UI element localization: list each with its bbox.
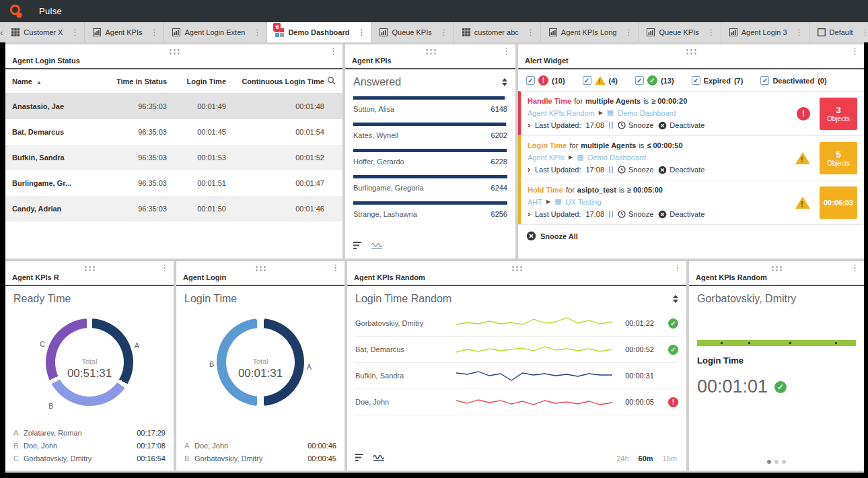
widget-menu-icon[interactable]: ⋮ xyxy=(160,263,169,273)
metric-row[interactable]: Gorbatovskiy, Dmitry 00:01:22 xyxy=(355,310,678,337)
metric-row[interactable]: Doe, John 00:00:05 xyxy=(355,389,678,415)
tab-queue-kpis-2[interactable]: Queue KPIs ⋮ xyxy=(639,22,721,42)
drag-handle-icon[interactable] xyxy=(511,265,523,272)
tab-customer-abc[interactable]: customer abc ⋮ xyxy=(454,22,541,42)
sparkline-view-icon[interactable] xyxy=(371,240,382,252)
dashboard-link[interactable]: Demo Dashboard xyxy=(618,109,676,117)
tab-agent-kpis[interactable]: Agent KPIs ⋮ xyxy=(85,22,164,42)
sort-icon[interactable] xyxy=(502,78,507,86)
column-login-time[interactable]: Login Time xyxy=(167,77,226,86)
expand-icon[interactable]: › xyxy=(528,121,530,130)
snooze-button[interactable]: Snooze xyxy=(618,166,653,174)
sparkline xyxy=(456,395,612,409)
deactivate-button[interactable]: Deactivate xyxy=(658,210,704,219)
filter-deactivated[interactable]: ✓ Deactivated (0) xyxy=(760,76,826,85)
filter-count: (7) xyxy=(734,77,743,85)
deactivate-button[interactable]: Deactivate xyxy=(658,121,704,130)
tab-menu-icon[interactable]: ⋮ xyxy=(146,28,162,37)
bar-item[interactable]: Kates, Wynell6202 xyxy=(353,123,507,139)
tab-menu-icon[interactable]: ⋮ xyxy=(353,28,369,37)
drag-handle-icon[interactable] xyxy=(771,265,783,272)
sort-icon[interactable] xyxy=(673,295,678,303)
filter-expired[interactable]: ✓ Expired (7) xyxy=(692,76,744,85)
snooze-button[interactable]: Snooze xyxy=(618,121,653,129)
checkbox-icon[interactable]: ✓ xyxy=(635,76,644,85)
filter-critical[interactable]: ✓ (10) xyxy=(526,75,565,86)
window-icon xyxy=(818,28,826,36)
tab-label: Agent Login 3 xyxy=(742,28,787,36)
tab-menu-icon[interactable]: ⋮ xyxy=(67,28,83,37)
drag-handle-icon[interactable] xyxy=(255,265,266,272)
last-updated-value: 17:08 xyxy=(586,210,605,218)
deactivate-button[interactable]: Deactivate xyxy=(658,166,704,174)
filter-ok[interactable]: ✓ (13) xyxy=(635,75,674,86)
table-row[interactable]: Bat, Demarcus 96:35:03 00:01:45 00:01:54 xyxy=(5,119,342,145)
search-icon[interactable] xyxy=(324,76,336,86)
snooze-all-button[interactable]: Snooze All xyxy=(518,224,864,247)
expand-icon[interactable]: › xyxy=(528,165,530,174)
bar-item[interactable]: Hoffer, Gerardo6228 xyxy=(353,149,507,166)
checkbox-icon[interactable]: ✓ xyxy=(526,76,535,85)
alert-item: Login Time for multiple Agents is ≤ 00:0… xyxy=(518,135,864,180)
widget-menu-icon[interactable]: ⋮ xyxy=(329,46,338,56)
bar-item[interactable]: Strange, Lashawna6256 xyxy=(353,201,507,218)
tab-menu-icon[interactable]: ⋮ xyxy=(249,28,265,37)
widget-link[interactable]: Agent KPIs Random xyxy=(528,109,595,117)
range-60m[interactable]: 60m xyxy=(639,454,653,463)
drag-handle-icon[interactable] xyxy=(168,48,180,55)
column-continuous-login-time[interactable]: Continuous Login Time xyxy=(226,77,324,86)
column-name[interactable]: Name▲ xyxy=(12,77,92,86)
range-15m[interactable]: 15m xyxy=(663,454,677,463)
dashboard-link[interactable]: Demo Dashboard xyxy=(588,153,646,162)
dashboard-link[interactable]: UX Testing xyxy=(566,198,602,206)
checkbox-icon[interactable]: ✓ xyxy=(760,76,769,85)
tab-default[interactable]: Default ⋮ xyxy=(809,22,868,42)
widget-menu-icon[interactable]: ⋮ xyxy=(851,263,859,273)
drag-handle-icon[interactable] xyxy=(686,48,697,55)
ok-icon xyxy=(774,381,787,393)
tab-menu-icon[interactable]: ⋮ xyxy=(523,28,539,37)
page-dot[interactable] xyxy=(782,460,786,464)
tab-demo-dashboard[interactable]: 6 Demo Dashboard ⋮ xyxy=(267,22,371,42)
metric-row[interactable]: Bufkin, Sandra 00:00:31 xyxy=(355,363,678,389)
drag-handle-icon[interactable] xyxy=(84,265,96,272)
tab-menu-icon[interactable]: ⋮ xyxy=(791,28,807,37)
widget-menu-icon[interactable]: ⋮ xyxy=(673,263,682,273)
table-row[interactable]: Anastasio, Jae 96:35:03 00:01:49 00:01:4… xyxy=(5,94,342,119)
tab-menu-icon[interactable]: ⋮ xyxy=(436,28,452,37)
filter-warning[interactable]: ✓ (4) xyxy=(583,76,618,85)
table-row[interactable]: Burlingame, Gr... 96:35:03 00:01:51 00:0… xyxy=(5,170,342,196)
page-dot[interactable] xyxy=(767,460,771,464)
widget-menu-icon[interactable]: ⋮ xyxy=(331,263,340,273)
expand-icon[interactable]: › xyxy=(528,209,530,219)
checkbox-icon[interactable]: ✓ xyxy=(583,76,591,85)
metric-row[interactable]: Bat, Demarcus 00:00:52 xyxy=(355,337,678,363)
table-row[interactable]: Candy, Adrian 96:35:03 00:01:50 00:01:46 xyxy=(5,196,342,221)
checkbox-icon[interactable]: ✓ xyxy=(692,76,700,85)
bar-item[interactable]: Sutton, Alisa6148 xyxy=(353,96,507,113)
tab-customer-x[interactable]: Customer X ⋮ xyxy=(3,22,85,42)
column-time-in-status[interactable]: Time in Status xyxy=(92,77,167,86)
tab-menu-icon[interactable]: ⋮ xyxy=(857,28,868,37)
sparkline-view-icon[interactable] xyxy=(373,452,384,464)
table-row[interactable]: Bufkin, Sandra 96:35:03 00:01:53 00:01:5… xyxy=(5,145,342,170)
bar-item[interactable]: Burlingame, Gregoria6244 xyxy=(353,175,507,192)
widget-menu-icon[interactable]: ⋮ xyxy=(502,46,511,56)
range-24h[interactable]: 24h xyxy=(616,454,628,463)
snooze-button[interactable]: Snooze xyxy=(618,210,653,218)
tab-menu-icon[interactable]: ⋮ xyxy=(620,28,637,37)
drag-handle-icon[interactable] xyxy=(425,48,436,55)
tab-agent-kpis-long[interactable]: Agent KPIs Long ⋮ xyxy=(541,22,639,42)
widget-link[interactable]: AHT xyxy=(528,198,542,206)
chart-icon xyxy=(93,28,101,36)
bar-view-icon[interactable] xyxy=(355,452,365,464)
widget-link[interactable]: Agent KPIs xyxy=(528,153,565,162)
page-dot[interactable] xyxy=(774,460,779,464)
tab-menu-icon[interactable]: ⋮ xyxy=(703,28,719,37)
widget-menu-icon[interactable]: ⋮ xyxy=(851,46,859,56)
tab-queue-kpis[interactable]: Queue KPIs ⋮ xyxy=(371,22,454,42)
tab-agent-login-exten[interactable]: Agent Login Exten ⋮ xyxy=(164,22,267,42)
badge-value: 3 xyxy=(836,105,840,115)
tab-agent-login-3[interactable]: Agent Login 3 ⋮ xyxy=(721,22,809,42)
bar-view-icon[interactable] xyxy=(353,240,363,252)
